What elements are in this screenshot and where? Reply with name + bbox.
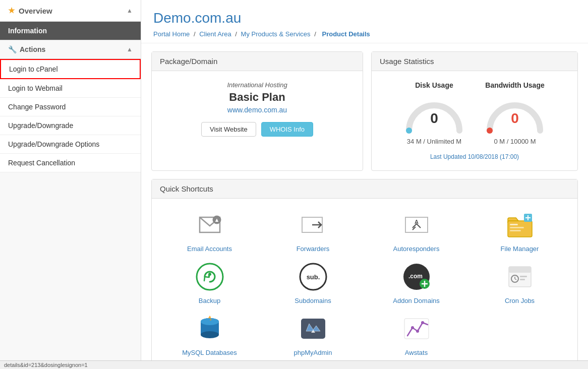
shortcuts-card: Quick Shortcuts ▲ E [151, 179, 578, 367]
sidebar-item-upgrade-downgrade[interactable]: Upgrade/Downgrade [0, 116, 141, 135]
bw-usage-col: Bandwidth Usage 0 0 M / 10000 M [485, 81, 545, 145]
sidebar-item-change-password[interactable]: Change Password [0, 98, 141, 116]
bw-gauge: 0 [485, 95, 545, 136]
addon-domains-label: Addon Domains [393, 297, 440, 304]
awstats-icon [400, 313, 433, 345]
star-icon: ★ [8, 6, 15, 15]
sidebar-nav-items: Login to cPanel Login to Webmail Change … [0, 59, 141, 172]
sidebar: ★ Overview ▲ Information 🔧 Actions ▲ Log… [0, 0, 141, 369]
awstats-label: Awstats [405, 349, 428, 356]
shortcut-cron-jobs[interactable]: Cron Jobs [472, 261, 567, 304]
visit-website-button[interactable]: Visit Website [201, 122, 256, 137]
subdomains-icon: sub. [297, 261, 329, 293]
bw-stats: 0 M / 10000 M [494, 138, 536, 145]
disk-value: 0 [430, 110, 438, 127]
breadcrumb-client-area[interactable]: Client Area [199, 30, 231, 38]
forwarders-icon [297, 209, 329, 241]
svg-point-39 [411, 326, 414, 329]
breadcrumb-current: Product Details [322, 30, 370, 38]
mysql-databases-label: MySQL Databases [182, 349, 237, 356]
bw-value: 0 [511, 110, 519, 127]
svg-rect-26 [509, 267, 531, 273]
page-title: Demo.com.au [153, 10, 576, 26]
disk-stats: 34 M / Unlimited M [407, 138, 461, 145]
forwarders-label: Forwarders [297, 245, 330, 253]
disk-usage-col: Disk Usage 0 34 M / Unlimited M [404, 81, 464, 145]
sidebar-overview[interactable]: ★ Overview ▲ [0, 0, 141, 22]
svg-rect-9 [510, 224, 518, 225]
svg-rect-10 [510, 227, 524, 228]
shortcuts-grid: ▲ Email Accounts [162, 209, 567, 356]
shortcut-backup[interactable]: Backup [162, 261, 257, 304]
sidebar-item-upgrade-downgrade-options[interactable]: Upgrade/Downgrade Options [0, 135, 141, 154]
breadcrumb-my-products[interactable]: My Products & Services [241, 30, 311, 38]
svg-text:.com: .com [408, 273, 422, 280]
svg-rect-8 [508, 221, 532, 237]
svg-rect-17 [208, 274, 210, 278]
file-manager-icon [504, 209, 536, 241]
shortcut-awstats[interactable]: Awstats [369, 313, 464, 356]
phpmyadmin-icon [297, 313, 329, 345]
actions-section-header: 🔧 Actions ▲ [0, 40, 141, 59]
top-row: Package/Domain International Hosting Bas… [151, 51, 578, 171]
email-accounts-icon: ▲ [194, 209, 226, 241]
file-manager-label: File Manager [501, 245, 539, 253]
svg-point-35 [201, 318, 219, 325]
usage-card: Usage Statistics Disk Usage [371, 51, 578, 171]
shortcut-autoresponders[interactable]: A Autoresponders [369, 209, 464, 253]
shortcut-forwarders[interactable]: Forwarders [265, 209, 361, 253]
main-header: Demo.com.au Portal Home / Client Area / … [141, 0, 588, 43]
disk-label: Disk Usage [415, 81, 453, 89]
status-text: details&id=213&dosinglesignon=1 [4, 362, 88, 368]
backup-icon [194, 261, 226, 293]
shortcuts-header: Quick Shortcuts [152, 179, 577, 199]
svg-rect-31 [520, 279, 525, 280]
breadcrumb-portal-home[interactable]: Portal Home [153, 30, 190, 38]
cron-jobs-icon [504, 261, 536, 293]
chevron-up-icon-actions: ▲ [127, 46, 133, 53]
breadcrumb: Portal Home / Client Area / My Products … [153, 30, 576, 38]
disk-gauge: 0 [404, 95, 464, 136]
sidebar-item-request-cancellation[interactable]: Request Cancellation [0, 154, 141, 172]
information-section-header: Information [0, 22, 141, 40]
chevron-up-icon: ▲ [127, 7, 133, 14]
whois-info-button[interactable]: WHOIS Info [261, 122, 313, 137]
shortcut-addon-domains[interactable]: .com Addon Domains [369, 261, 464, 304]
wrench-icon: 🔧 [8, 45, 17, 53]
shortcut-email-accounts[interactable]: ▲ Email Accounts [162, 209, 257, 253]
button-row: Visit Website WHOIS Info [162, 122, 352, 137]
shortcut-subdomains[interactable]: sub. Subdomains [265, 261, 361, 304]
shortcuts-body: ▲ Email Accounts [152, 199, 577, 366]
shortcut-file-manager[interactable]: File Manager [472, 209, 567, 253]
addon-domains-icon: .com [400, 261, 433, 293]
sidebar-item-login-cpanel[interactable]: Login to cPanel [0, 59, 141, 79]
shortcut-mysql-databases[interactable]: MySQL Databases [162, 313, 257, 356]
phpmyadmin-label: phpMyAdmin [294, 349, 332, 356]
overview-label: Overview [19, 7, 52, 15]
last-updated: Last Updated 10/08/2018 (17:00) [430, 153, 519, 160]
usage-card-header: Usage Statistics [372, 52, 577, 71]
backup-label: Backup [199, 297, 220, 304]
sidebar-item-login-webmail[interactable]: Login to Webmail [0, 79, 141, 98]
hosting-type: International Hosting [162, 81, 352, 89]
svg-point-34 [201, 331, 219, 338]
main-content: Demo.com.au Portal Home / Client Area / … [141, 0, 588, 369]
bw-label: Bandwidth Usage [485, 81, 544, 89]
svg-rect-11 [510, 230, 521, 231]
package-card: Package/Domain International Hosting Bas… [151, 51, 363, 171]
mysql-databases-icon [194, 313, 226, 345]
plan-name: Basic Plan [162, 91, 352, 104]
status-bar: details&id=213&dosinglesignon=1 [0, 360, 588, 369]
autoresponders-icon: A [400, 209, 433, 241]
content-area: Package/Domain International Hosting Bas… [141, 43, 588, 369]
svg-text:sub.: sub. [306, 273, 320, 281]
autoresponders-label: Autoresponders [393, 245, 440, 253]
shortcut-phpmyadmin[interactable]: phpMyAdmin [265, 313, 361, 356]
domain-link[interactable]: www.demo.com.au [162, 106, 352, 114]
subdomains-label: Subdomains [295, 297, 331, 304]
usage-cols: Disk Usage 0 34 M / Unlimited M [382, 81, 567, 145]
usage-body: Disk Usage 0 34 M / Unlimited M [372, 71, 577, 170]
package-body: International Hosting Basic Plan www.dem… [152, 71, 363, 147]
svg-point-40 [416, 330, 419, 333]
svg-rect-30 [520, 276, 527, 277]
